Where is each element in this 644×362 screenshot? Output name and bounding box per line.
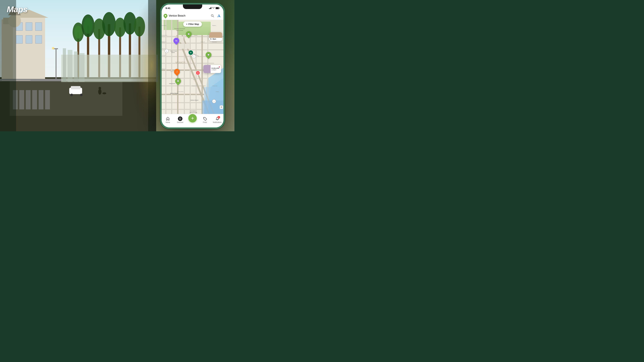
- discover-label: Discover: [177, 121, 184, 123]
- svg-rect-58: [219, 8, 220, 8]
- pin-bubble-orange: 🍴: [173, 67, 181, 76]
- svg-text:Penmar Municipal: Penmar Municipal: [174, 28, 185, 29]
- svg-point-52: [98, 87, 101, 89]
- kajillion-event-card[interactable]: ♥ KAJILLION 2:30pm: [203, 65, 221, 73]
- page-title: Maps: [7, 4, 28, 14]
- svg-text:⊞: ⊞: [220, 106, 222, 108]
- phone-notch: [183, 4, 202, 9]
- discover-nav-icon: [178, 116, 182, 121]
- phone-screen: 9:41: [162, 4, 224, 127]
- svg-text:Cemetery: Cemetery: [162, 25, 166, 26]
- wifi-icon: [212, 7, 215, 9]
- svg-text:Market: Market: [172, 52, 175, 53]
- event-thumbnail: [209, 32, 222, 38]
- home-label: Home: [166, 121, 170, 123]
- svg-rect-16: [36, 22, 42, 30]
- svg-point-50: [80, 94, 82, 96]
- map-pin-bag[interactable]: 🛍: [174, 38, 179, 44]
- event-time-text: 6—8pm: [209, 38, 222, 40]
- nav-notifications[interactable]: 8 Notifications: [211, 116, 224, 123]
- signal-icon: [209, 7, 212, 9]
- map-pin-food[interactable]: 🍴: [174, 69, 180, 75]
- search-bar[interactable]: Venice Beach: [162, 11, 224, 20]
- pin-bubble-green-3: 💬: [174, 77, 182, 85]
- svg-rect-54: [0, 0, 16, 131]
- svg-text:Golf Course: Golf Course: [176, 29, 183, 31]
- svg-point-25: [74, 26, 82, 39]
- status-time: 9:41: [166, 7, 170, 9]
- svg-text:Oxford Ave: Oxford Ave: [212, 85, 217, 86]
- svg-text:Navy St: Navy St: [194, 34, 198, 36]
- svg-rect-17: [16, 35, 22, 43]
- svg-text:1: 1: [194, 56, 194, 58]
- svg-rect-43: [79, 53, 84, 82]
- navigation-button[interactable]: [216, 13, 222, 18]
- svg-text:Mi...: Mi...: [193, 79, 195, 80]
- svg-text:7th Ave: 7th Ave: [162, 55, 165, 56]
- nav-post[interactable]: [186, 117, 199, 122]
- filter-icon: ≡: [186, 23, 188, 25]
- map-pin-chat-3[interactable]: 💬: [175, 78, 181, 84]
- svg-rect-82: [177, 20, 178, 114]
- svg-rect-91: [185, 44, 189, 49]
- svg-rect-40: [63, 48, 66, 82]
- svg-rect-5: [26, 90, 30, 109]
- svg-point-60: [211, 14, 213, 16]
- svg-marker-138: [180, 119, 180, 119]
- svg-rect-71: [162, 49, 224, 50]
- battery-icon: [216, 7, 220, 9]
- bottom-nav: Home Discover: [162, 114, 224, 127]
- svg-rect-59: [216, 7, 219, 9]
- svg-point-53: [102, 92, 106, 94]
- plus-icon: [190, 116, 194, 120]
- svg-text:1: 1: [214, 101, 214, 102]
- map-view[interactable]: VENICE Penmar Municipal Golf Course Cali…: [162, 20, 224, 114]
- svg-point-141: [204, 118, 204, 118]
- svg-marker-137: [180, 118, 180, 119]
- pin-bubble-purple: 🛍: [172, 36, 180, 45]
- svg-text:Thatch...: Thatch...: [216, 91, 220, 92]
- nav-discover[interactable]: Discover: [174, 116, 186, 123]
- svg-text:VENICE: VENICE: [176, 61, 186, 64]
- filter-map-button[interactable]: ≡ Filter Map: [183, 21, 202, 27]
- nav-finds[interactable]: Finds: [199, 116, 211, 123]
- svg-rect-76: [162, 85, 206, 86]
- finds-label: Finds: [203, 121, 207, 123]
- kajillion-time: 2:30pm: [212, 69, 219, 71]
- notifications-nav-icon: 8: [215, 116, 220, 121]
- svg-rect-79: [162, 109, 203, 110]
- svg-rect-48: [71, 86, 80, 89]
- map-pin-chat-2[interactable]: 💬: [206, 52, 212, 58]
- map-pin-chat-1[interactable]: 💬: [186, 31, 192, 37]
- search-button[interactable]: [210, 13, 215, 18]
- notification-badge: 8: [218, 116, 220, 119]
- svg-text:Nowita Pl: Nowita Pl: [200, 41, 205, 42]
- svg-text:Ocean Ave: Ocean Ave: [192, 85, 197, 86]
- post-button[interactable]: [188, 114, 197, 122]
- svg-text:Main St: Main St: [162, 68, 165, 69]
- svg-text:Hotel Erwin: Hotel Erwin: [169, 83, 175, 84]
- svg-rect-81: [171, 20, 172, 114]
- svg-rect-8: [45, 90, 50, 109]
- time-event-card[interactable]: 6—8pm: [209, 32, 222, 41]
- svg-rect-18: [26, 35, 32, 43]
- svg-rect-6: [32, 90, 37, 109]
- pin-bubble-green-2: 💬: [204, 51, 212, 59]
- search-icon: [211, 14, 214, 17]
- svg-line-61: [213, 16, 214, 17]
- navigation-icon: [217, 14, 220, 17]
- starbucks-pin[interactable]: ★: [188, 50, 193, 55]
- filter-label: Filter Map: [188, 23, 199, 25]
- like-icon: ♥: [219, 66, 220, 68]
- svg-rect-80: [165, 20, 166, 114]
- svg-rect-15: [26, 22, 32, 30]
- nav-home[interactable]: Home: [162, 116, 174, 123]
- phone-frame: 9:41: [160, 3, 225, 129]
- tag-icon: [203, 117, 207, 121]
- search-location-text: Venice Beach: [169, 14, 209, 17]
- svg-rect-41: [68, 50, 72, 82]
- svg-rect-77: [162, 94, 204, 95]
- kajillion-thumbnail: [203, 65, 210, 73]
- svg-rect-90: [178, 36, 184, 42]
- status-icons: [209, 7, 220, 9]
